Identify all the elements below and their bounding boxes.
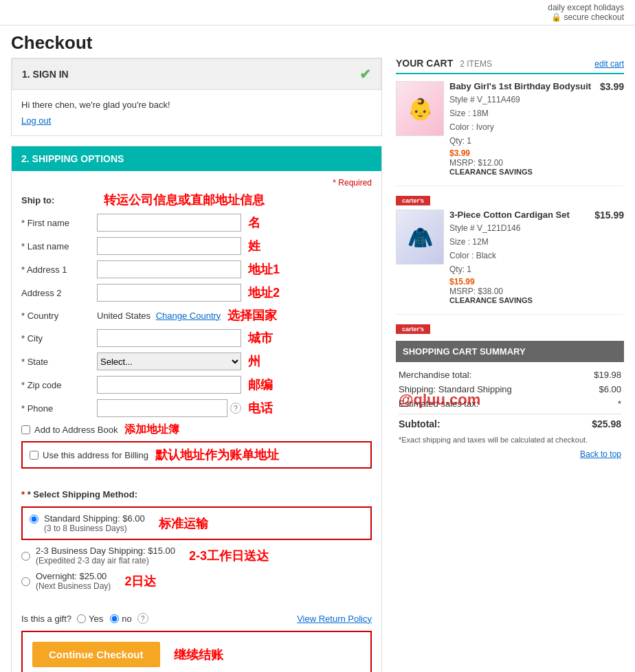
country-annotation: 选择国家 [227, 307, 277, 324]
gift-help-icon[interactable]: ? [137, 613, 148, 624]
cart-item-1-name: Baby Girl's 1st Birthday Bodysuit [449, 81, 594, 91]
subtotal-label: Subtotal: [399, 418, 441, 429]
standard-radio[interactable] [30, 515, 38, 524]
state-annotation: 州 [248, 353, 260, 370]
required-star: * [21, 489, 27, 500]
cart-item-1-size: Size : 18M [449, 107, 594, 120]
address1-annotation: 地址1 [248, 261, 280, 278]
tax-row: Estimated sales tax: * [399, 396, 621, 411]
cart-item-2-price: $15.99 [449, 277, 589, 287]
zip-row: * Zip code 邮编 [21, 376, 372, 394]
city-label: * City [21, 333, 97, 344]
carters-logo-1: carter's [396, 196, 624, 205]
address1-input[interactable] [97, 260, 241, 278]
cart-title: YOUR CART [396, 58, 453, 69]
first-name-label: * First name [21, 218, 97, 228]
gift-row: Is this a gift? Yes no ? View Return Pol… [21, 613, 372, 624]
cart-item-2-style: Style # V_121D146 [449, 222, 589, 234]
address-book-row: Add to Address Book 添加地址簿 [21, 423, 372, 437]
subtotal-row: Subtotal: $25.98 [399, 414, 621, 432]
address2-input[interactable] [97, 284, 241, 302]
cart-item-1-msrp: MSRP: $12.00 [449, 158, 594, 168]
country-label: * Country [21, 311, 97, 321]
cart-item-2-qty: Qty: 1 [449, 263, 589, 276]
cart-item-2: 🧥 3-Piece Cotton Cardigan Set Style # V_… [396, 210, 624, 315]
cart-count: 2 ITEMS [460, 59, 492, 69]
city-input[interactable] [97, 329, 241, 347]
edit-cart-link[interactable]: edit cart [594, 59, 624, 69]
standard-shipping-option: Standard Shipping: $6.00 (3 to 8 Busines… [30, 513, 145, 533]
change-country-link[interactable]: Change Country [156, 311, 221, 321]
first-name-input[interactable] [97, 214, 241, 232]
shipping-method-section: * * Select Shipping Method: Standard Shi… [12, 480, 381, 606]
overnight-annotation: 2日达 [124, 573, 156, 590]
standard-annotation: 标准运输 [159, 515, 208, 532]
billing-checkbox-box: Use this address for Billing 默认地址作为账单地址 [21, 441, 372, 469]
cart-item-1-price: $3.99 [449, 148, 594, 158]
shipping-value: $6.00 [599, 384, 621, 394]
gift-yes-radio[interactable] [77, 614, 86, 623]
back-to-top-link[interactable]: Back to top [399, 449, 621, 459]
cart-header: YOUR CART 2 ITEMS edit cart [396, 58, 624, 74]
gift-no-label: no [122, 614, 131, 624]
address2-row: Address 2 地址2 [21, 284, 372, 302]
overnight-radio[interactable] [21, 577, 30, 586]
phone-annotation: 电话 [248, 400, 273, 416]
watermark-container: Estimated sales tax: * @qluu.com [399, 396, 621, 411]
left-column: 1. SIGN IN ✔ Hi there chen, we're glad y… [11, 58, 396, 672]
state-select[interactable]: Select... [97, 352, 241, 370]
logout-link[interactable]: Log out [21, 115, 51, 126]
first-name-row: * First name 名 [21, 214, 372, 232]
cart-item-1-details: Baby Girl's 1st Birthday Bodysuit Style … [449, 81, 594, 176]
continue-box: Continue Checkout 继续结账 [21, 631, 372, 672]
secure-label: secure checkout [564, 12, 624, 22]
continue-checkout-button[interactable]: Continue Checkout [32, 642, 160, 667]
shipping-title: 2. SHIPPING OPTIONS [21, 153, 124, 164]
summary-rows: Merchandise total: $19.98 Shipping: Stan… [396, 368, 624, 459]
required-note: * Required [21, 178, 372, 188]
merchandise-label: Merchandise total: [399, 370, 471, 380]
overnight-sub: (Next Business Day) [36, 581, 111, 591]
gift-yes-label: Yes [89, 614, 103, 624]
address-book-label: Add to Address Book [34, 425, 118, 435]
cart-item-2-color: Color : Black [449, 249, 589, 262]
overnight-label: Overnight: $25.00 [36, 571, 111, 581]
state-row: * State Select... 州 [21, 352, 372, 370]
cart-item-2-details: 3-Piece Cotton Cardigan Set Style # V_12… [449, 210, 589, 304]
expedited-label: 2-3 Business Day Shipping: $15.00 [36, 546, 175, 556]
standard-label: Standard Shipping: $6.00 [44, 513, 145, 524]
phone-field-group: ? [97, 399, 241, 417]
country-value: United States Change Country [97, 311, 221, 321]
summary-note: *Exact shipping and taxes will be calcul… [399, 436, 621, 444]
right-column: YOUR CART 2 ITEMS edit cart 👶 Baby Girl'… [396, 58, 624, 672]
phone-help-icon[interactable]: ? [230, 403, 241, 414]
daily-text: daily except holidays [548, 3, 624, 12]
lock-icon: 🔒 [551, 12, 561, 22]
phone-row: * Phone ? 电话 [21, 399, 372, 417]
zip-input[interactable] [97, 376, 241, 394]
expedited-annotation: 2-3工作日送达 [189, 548, 269, 564]
shipping-row: Shipping: Standard Shipping $6.00 [399, 382, 621, 396]
expedited-radio[interactable] [21, 552, 30, 561]
standard-sub: (3 to 8 Business Days) [44, 524, 145, 533]
state-label: * State [21, 357, 97, 367]
city-annotation: 城市 [248, 330, 273, 346]
cart-item-1: 👶 Baby Girl's 1st Birthday Bodysuit Styl… [396, 81, 624, 186]
phone-input[interactable] [97, 399, 227, 417]
return-policy-link[interactable]: View Return Policy [297, 614, 372, 624]
merchandise-value: $19.98 [594, 370, 621, 380]
shipping-label: Shipping: Standard Shipping [399, 384, 512, 394]
tax-label: Estimated sales tax: [399, 399, 478, 409]
gift-no-radio[interactable] [110, 614, 119, 623]
address-book-checkbox[interactable] [21, 425, 30, 434]
cart-summary: SHOPPING CART SUMMARY Merchandise total:… [396, 341, 624, 459]
subtotal-value: $25.98 [592, 418, 621, 429]
last-name-input[interactable] [97, 237, 241, 255]
shipping-header: 2. SHIPPING OPTIONS [12, 146, 381, 171]
billing-annotation: 默认地址作为账单地址 [155, 447, 279, 463]
cart-item-2-msrp: MSRP: $38.00 [449, 287, 589, 296]
billing-checkbox[interactable] [30, 451, 38, 460]
overnight-row: Overnight: $25.00 (Next Business Day) 2日… [21, 571, 372, 591]
cart-item-2-savings: CLEARANCE SAVINGS [449, 296, 589, 304]
carters-logo-2: carter's [396, 324, 624, 334]
